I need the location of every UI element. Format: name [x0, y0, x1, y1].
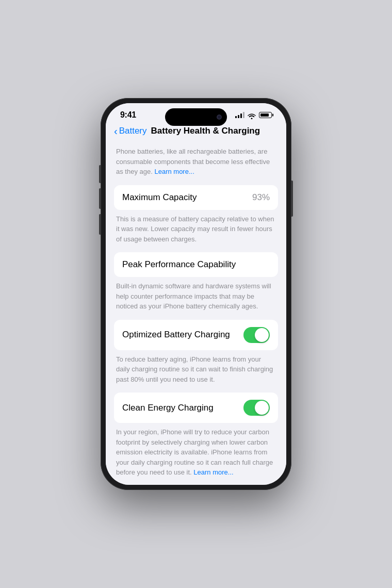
intro-learn-more[interactable]: Learn more... [154, 168, 194, 175]
signal-icon [235, 112, 244, 118]
dynamic-island [165, 108, 227, 126]
toggle-knob [255, 328, 269, 342]
status-bar: 9:41 [106, 103, 286, 124]
camera-dot [217, 115, 222, 120]
clean-energy-row: Clean Energy Charging [122, 400, 270, 416]
volume-down-button[interactable] [99, 214, 101, 235]
status-time: 9:41 [120, 110, 136, 120]
back-label: Battery [119, 126, 147, 136]
peak-performance-description: Built-in dynamic software and hardware s… [114, 281, 278, 312]
peak-performance-label: Peak Performance Capability [122, 259, 236, 270]
back-button[interactable]: ‹ Battery [114, 126, 147, 136]
clean-energy-toggle-knob [255, 401, 269, 415]
back-chevron-icon: ‹ [114, 126, 118, 136]
maximum-capacity-card: Maximum Capacity 93% [114, 185, 278, 210]
maximum-capacity-row: Maximum Capacity 93% [122, 192, 270, 203]
clean-energy-description: In your region, iPhone will try to reduc… [114, 427, 278, 478]
clean-energy-learn-more[interactable]: Learn more... [193, 468, 233, 476]
wifi-icon [248, 112, 256, 118]
optimized-charging-row: Optimized Battery Charging [122, 327, 270, 343]
optimized-charging-card: Optimized Battery Charging [114, 320, 278, 350]
optimized-charging-description: To reduce battery aging, iPhone learns f… [114, 354, 278, 385]
peak-performance-card: Peak Performance Capability [114, 252, 278, 277]
content-scroll[interactable]: Phone batteries, like all rechargeable b… [106, 142, 286, 485]
optimized-charging-label: Optimized Battery Charging [122, 330, 230, 340]
clean-energy-card: Clean Energy Charging [114, 393, 278, 423]
maximum-capacity-label: Maximum Capacity [122, 192, 197, 203]
phone-screen: 9:41 [106, 103, 286, 485]
battery-icon [259, 112, 272, 118]
optimized-charging-toggle[interactable] [243, 327, 270, 343]
volume-up-button[interactable] [99, 188, 101, 209]
maximum-capacity-description: This is a measure of battery capacity re… [114, 214, 278, 244]
peak-performance-row: Peak Performance Capability [122, 259, 270, 270]
intro-text: Phone batteries, like all rechargeable b… [114, 146, 278, 177]
clean-energy-label: Clean Energy Charging [122, 403, 214, 413]
clean-energy-toggle[interactable] [243, 400, 270, 416]
page-title: Battery Health & Charging [151, 126, 260, 136]
nav-header: ‹ Battery Battery Health & Charging [106, 124, 286, 142]
status-icons [235, 112, 272, 118]
phone-frame: 9:41 [101, 98, 291, 490]
maximum-capacity-value: 93% [252, 192, 270, 203]
